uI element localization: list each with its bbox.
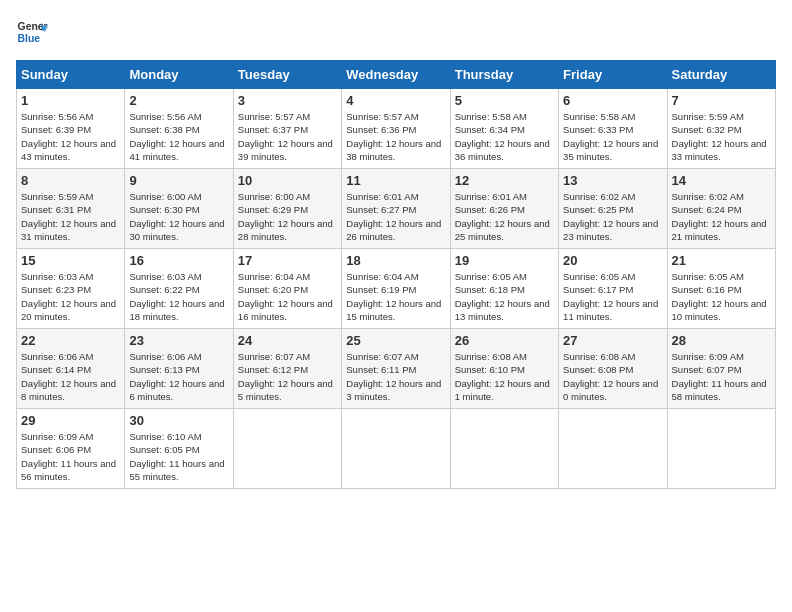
calendar-cell: 16 Sunrise: 6:03 AM Sunset: 6:22 PM Dayl… bbox=[125, 249, 233, 329]
day-info: Sunrise: 6:09 AM Sunset: 6:07 PM Dayligh… bbox=[672, 350, 771, 403]
calendar-cell: 24 Sunrise: 6:07 AM Sunset: 6:12 PM Dayl… bbox=[233, 329, 341, 409]
day-number: 15 bbox=[21, 253, 120, 268]
day-info: Sunrise: 5:58 AM Sunset: 6:34 PM Dayligh… bbox=[455, 110, 554, 163]
calendar-cell: 19 Sunrise: 6:05 AM Sunset: 6:18 PM Dayl… bbox=[450, 249, 558, 329]
logo: General Blue bbox=[16, 16, 48, 48]
day-info: Sunrise: 6:06 AM Sunset: 6:14 PM Dayligh… bbox=[21, 350, 120, 403]
day-header-monday: Monday bbox=[125, 61, 233, 89]
day-header-friday: Friday bbox=[559, 61, 667, 89]
day-number: 13 bbox=[563, 173, 662, 188]
calendar-cell: 20 Sunrise: 6:05 AM Sunset: 6:17 PM Dayl… bbox=[559, 249, 667, 329]
day-info: Sunrise: 5:59 AM Sunset: 6:31 PM Dayligh… bbox=[21, 190, 120, 243]
day-info: Sunrise: 6:08 AM Sunset: 6:08 PM Dayligh… bbox=[563, 350, 662, 403]
day-number: 20 bbox=[563, 253, 662, 268]
day-info: Sunrise: 5:57 AM Sunset: 6:37 PM Dayligh… bbox=[238, 110, 337, 163]
calendar-cell: 15 Sunrise: 6:03 AM Sunset: 6:23 PM Dayl… bbox=[17, 249, 125, 329]
day-number: 23 bbox=[129, 333, 228, 348]
day-info: Sunrise: 5:56 AM Sunset: 6:39 PM Dayligh… bbox=[21, 110, 120, 163]
day-number: 19 bbox=[455, 253, 554, 268]
calendar-cell: 3 Sunrise: 5:57 AM Sunset: 6:37 PM Dayli… bbox=[233, 89, 341, 169]
calendar-cell: 11 Sunrise: 6:01 AM Sunset: 6:27 PM Dayl… bbox=[342, 169, 450, 249]
calendar-cell bbox=[559, 409, 667, 489]
day-number: 8 bbox=[21, 173, 120, 188]
calendar-cell: 22 Sunrise: 6:06 AM Sunset: 6:14 PM Dayl… bbox=[17, 329, 125, 409]
day-number: 4 bbox=[346, 93, 445, 108]
day-info: Sunrise: 5:57 AM Sunset: 6:36 PM Dayligh… bbox=[346, 110, 445, 163]
day-number: 11 bbox=[346, 173, 445, 188]
calendar-cell: 1 Sunrise: 5:56 AM Sunset: 6:39 PM Dayli… bbox=[17, 89, 125, 169]
day-number: 22 bbox=[21, 333, 120, 348]
day-info: Sunrise: 6:00 AM Sunset: 6:30 PM Dayligh… bbox=[129, 190, 228, 243]
day-number: 6 bbox=[563, 93, 662, 108]
day-info: Sunrise: 6:10 AM Sunset: 6:05 PM Dayligh… bbox=[129, 430, 228, 483]
calendar-cell: 7 Sunrise: 5:59 AM Sunset: 6:32 PM Dayli… bbox=[667, 89, 775, 169]
week-row-2: 8 Sunrise: 5:59 AM Sunset: 6:31 PM Dayli… bbox=[17, 169, 776, 249]
calendar-cell: 14 Sunrise: 6:02 AM Sunset: 6:24 PM Dayl… bbox=[667, 169, 775, 249]
calendar-cell bbox=[233, 409, 341, 489]
day-info: Sunrise: 5:58 AM Sunset: 6:33 PM Dayligh… bbox=[563, 110, 662, 163]
day-number: 14 bbox=[672, 173, 771, 188]
svg-text:Blue: Blue bbox=[18, 33, 41, 44]
day-info: Sunrise: 6:02 AM Sunset: 6:24 PM Dayligh… bbox=[672, 190, 771, 243]
day-info: Sunrise: 6:06 AM Sunset: 6:13 PM Dayligh… bbox=[129, 350, 228, 403]
day-info: Sunrise: 6:04 AM Sunset: 6:19 PM Dayligh… bbox=[346, 270, 445, 323]
day-number: 9 bbox=[129, 173, 228, 188]
header: General Blue bbox=[16, 16, 776, 48]
day-number: 24 bbox=[238, 333, 337, 348]
logo-icon: General Blue bbox=[16, 16, 48, 48]
calendar-cell: 25 Sunrise: 6:07 AM Sunset: 6:11 PM Dayl… bbox=[342, 329, 450, 409]
day-number: 28 bbox=[672, 333, 771, 348]
day-info: Sunrise: 6:07 AM Sunset: 6:11 PM Dayligh… bbox=[346, 350, 445, 403]
calendar-cell: 4 Sunrise: 5:57 AM Sunset: 6:36 PM Dayli… bbox=[342, 89, 450, 169]
header-row: SundayMondayTuesdayWednesdayThursdayFrid… bbox=[17, 61, 776, 89]
day-number: 29 bbox=[21, 413, 120, 428]
calendar-cell bbox=[342, 409, 450, 489]
calendar-cell: 6 Sunrise: 5:58 AM Sunset: 6:33 PM Dayli… bbox=[559, 89, 667, 169]
day-header-thursday: Thursday bbox=[450, 61, 558, 89]
day-info: Sunrise: 6:00 AM Sunset: 6:29 PM Dayligh… bbox=[238, 190, 337, 243]
calendar-cell: 17 Sunrise: 6:04 AM Sunset: 6:20 PM Dayl… bbox=[233, 249, 341, 329]
week-row-3: 15 Sunrise: 6:03 AM Sunset: 6:23 PM Dayl… bbox=[17, 249, 776, 329]
day-info: Sunrise: 6:04 AM Sunset: 6:20 PM Dayligh… bbox=[238, 270, 337, 323]
calendar-cell: 28 Sunrise: 6:09 AM Sunset: 6:07 PM Dayl… bbox=[667, 329, 775, 409]
day-info: Sunrise: 6:03 AM Sunset: 6:22 PM Dayligh… bbox=[129, 270, 228, 323]
calendar-cell: 29 Sunrise: 6:09 AM Sunset: 6:06 PM Dayl… bbox=[17, 409, 125, 489]
day-info: Sunrise: 6:02 AM Sunset: 6:25 PM Dayligh… bbox=[563, 190, 662, 243]
day-number: 1 bbox=[21, 93, 120, 108]
calendar-cell: 8 Sunrise: 5:59 AM Sunset: 6:31 PM Dayli… bbox=[17, 169, 125, 249]
day-info: Sunrise: 6:05 AM Sunset: 6:18 PM Dayligh… bbox=[455, 270, 554, 323]
day-info: Sunrise: 6:03 AM Sunset: 6:23 PM Dayligh… bbox=[21, 270, 120, 323]
day-number: 2 bbox=[129, 93, 228, 108]
day-info: Sunrise: 6:05 AM Sunset: 6:17 PM Dayligh… bbox=[563, 270, 662, 323]
day-info: Sunrise: 6:01 AM Sunset: 6:27 PM Dayligh… bbox=[346, 190, 445, 243]
calendar-cell: 18 Sunrise: 6:04 AM Sunset: 6:19 PM Dayl… bbox=[342, 249, 450, 329]
calendar-cell: 5 Sunrise: 5:58 AM Sunset: 6:34 PM Dayli… bbox=[450, 89, 558, 169]
calendar-cell: 9 Sunrise: 6:00 AM Sunset: 6:30 PM Dayli… bbox=[125, 169, 233, 249]
day-number: 18 bbox=[346, 253, 445, 268]
day-info: Sunrise: 5:59 AM Sunset: 6:32 PM Dayligh… bbox=[672, 110, 771, 163]
day-number: 27 bbox=[563, 333, 662, 348]
day-number: 26 bbox=[455, 333, 554, 348]
day-number: 30 bbox=[129, 413, 228, 428]
day-number: 12 bbox=[455, 173, 554, 188]
calendar-cell: 2 Sunrise: 5:56 AM Sunset: 6:38 PM Dayli… bbox=[125, 89, 233, 169]
day-info: Sunrise: 6:01 AM Sunset: 6:26 PM Dayligh… bbox=[455, 190, 554, 243]
calendar-cell: 13 Sunrise: 6:02 AM Sunset: 6:25 PM Dayl… bbox=[559, 169, 667, 249]
day-number: 5 bbox=[455, 93, 554, 108]
day-number: 10 bbox=[238, 173, 337, 188]
calendar-cell: 26 Sunrise: 6:08 AM Sunset: 6:10 PM Dayl… bbox=[450, 329, 558, 409]
day-info: Sunrise: 6:05 AM Sunset: 6:16 PM Dayligh… bbox=[672, 270, 771, 323]
calendar-cell: 23 Sunrise: 6:06 AM Sunset: 6:13 PM Dayl… bbox=[125, 329, 233, 409]
day-number: 21 bbox=[672, 253, 771, 268]
day-number: 16 bbox=[129, 253, 228, 268]
day-number: 17 bbox=[238, 253, 337, 268]
day-header-sunday: Sunday bbox=[17, 61, 125, 89]
week-row-4: 22 Sunrise: 6:06 AM Sunset: 6:14 PM Dayl… bbox=[17, 329, 776, 409]
day-info: Sunrise: 6:07 AM Sunset: 6:12 PM Dayligh… bbox=[238, 350, 337, 403]
day-number: 25 bbox=[346, 333, 445, 348]
calendar-cell: 30 Sunrise: 6:10 AM Sunset: 6:05 PM Dayl… bbox=[125, 409, 233, 489]
calendar-cell: 21 Sunrise: 6:05 AM Sunset: 6:16 PM Dayl… bbox=[667, 249, 775, 329]
day-header-tuesday: Tuesday bbox=[233, 61, 341, 89]
day-header-saturday: Saturday bbox=[667, 61, 775, 89]
calendar-cell bbox=[667, 409, 775, 489]
